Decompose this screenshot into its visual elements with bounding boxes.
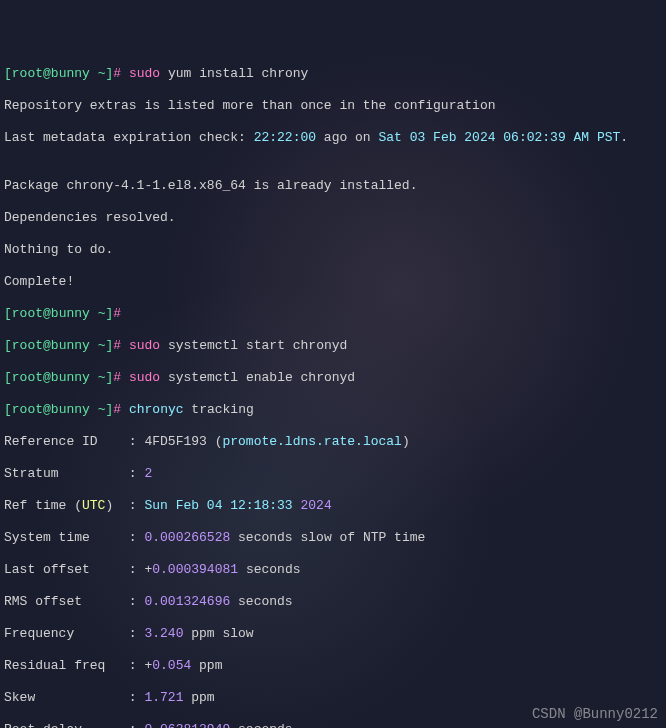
tracking-row: RMS offset : 0.001324696 seconds bbox=[4, 594, 662, 610]
cmd-sudo: sudo bbox=[129, 338, 160, 353]
cmd-sudo: sudo bbox=[129, 370, 160, 385]
tracking-row: Root delay : 0.063812949 seconds bbox=[4, 722, 662, 728]
cmd-sudo: sudo bbox=[129, 66, 160, 81]
tracking-row: Frequency : 3.240 ppm slow bbox=[4, 626, 662, 642]
tracking-row: Last offset : +0.000394081 seconds bbox=[4, 562, 662, 578]
terminal-window[interactable]: { "prompt": { "user": "root", "host": "b… bbox=[0, 0, 666, 728]
output-text: Repository extras is listed more than on… bbox=[4, 98, 662, 114]
cmd-text: systemctl enable chronyd bbox=[160, 370, 355, 385]
tracking-row: System time : 0.000266528 seconds slow o… bbox=[4, 530, 662, 546]
prompt-line: [root@bunny ~]# sudo systemctl enable ch… bbox=[4, 370, 662, 386]
tracking-row: Ref time (UTC) : Sun Feb 04 12:18:33 202… bbox=[4, 498, 662, 514]
output-text: Last metadata expiration check: 22:22:00… bbox=[4, 130, 662, 146]
output-text: Package chrony-4.1-1.el8.x86_64 is alrea… bbox=[4, 178, 662, 194]
output-text: Nothing to do. bbox=[4, 242, 662, 258]
cmd-name: chronyc bbox=[129, 402, 184, 417]
cmd-text: yum install chrony bbox=[160, 66, 308, 81]
prompt-line: [root@bunny ~]# sudo systemctl start chr… bbox=[4, 338, 662, 354]
watermark-text: CSDN @Bunny0212 bbox=[532, 706, 658, 722]
prompt-line: [root@bunny ~]# bbox=[4, 306, 662, 322]
prompt-line: [root@bunny ~]# sudo yum install chrony bbox=[4, 66, 662, 82]
tracking-row: Reference ID : 4FD5F193 (promote.ldns.ra… bbox=[4, 434, 662, 450]
tracking-row: Residual freq : +0.054 ppm bbox=[4, 658, 662, 674]
tracking-row: Skew : 1.721 ppm bbox=[4, 690, 662, 706]
cmd-text: systemctl start chronyd bbox=[160, 338, 347, 353]
tracking-row: Stratum : 2 bbox=[4, 466, 662, 482]
output-text: Complete! bbox=[4, 274, 662, 290]
prompt-line: [root@bunny ~]# chronyc tracking bbox=[4, 402, 662, 418]
output-text: Dependencies resolved. bbox=[4, 210, 662, 226]
cmd-text: tracking bbox=[184, 402, 254, 417]
